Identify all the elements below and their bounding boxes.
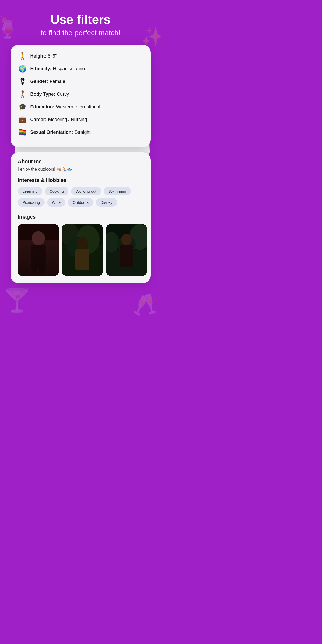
interest-tag[interactable]: Outdoors bbox=[68, 198, 93, 207]
height-row: 🚶 Height: 5' 6'' bbox=[18, 52, 143, 60]
interest-tag[interactable]: Disney bbox=[96, 198, 117, 207]
svg-rect-4 bbox=[32, 260, 37, 273]
images-title: Images bbox=[18, 214, 143, 220]
body-type-label: Body Type: bbox=[30, 92, 55, 97]
profile-image-1[interactable] bbox=[18, 224, 59, 276]
ethnicity-row: 🌍 Ethnicity: Hispanic/Latino bbox=[18, 65, 143, 73]
education-value: Western International bbox=[56, 104, 100, 110]
card-stack: 🚶 Height: 5' 6'' 🌍 Ethnicity: Hispanic/L… bbox=[11, 45, 151, 283]
ethnicity-icon: 🌍 bbox=[18, 65, 27, 73]
gender-row: ⚧ Gender: Female bbox=[18, 78, 143, 86]
body-type-icon: 🚶‍♀️ bbox=[18, 90, 27, 98]
about-me-text: I enjoy the outdoors! 🤜🏼🚴🏼🐟 bbox=[18, 167, 143, 172]
career-icon: 💼 bbox=[18, 116, 27, 124]
profile-info-card: 🚶 Height: 5' 6'' 🌍 Ethnicity: Hispanic/L… bbox=[11, 45, 151, 147]
interest-tag[interactable]: Picnicking bbox=[18, 198, 45, 207]
interests-title: Interests & Hobbies bbox=[18, 177, 143, 183]
profile-image-3[interactable] bbox=[106, 224, 147, 276]
svg-rect-12 bbox=[75, 249, 89, 270]
career-row: 💼 Career: Modeling / Nursing bbox=[18, 116, 143, 124]
profile-image-2[interactable] bbox=[62, 224, 103, 276]
ethnicity-label: Ethnicity: bbox=[30, 66, 52, 72]
gender-icon: ⚧ bbox=[18, 78, 27, 86]
deco-bottom-left: 🍸 bbox=[3, 287, 32, 314]
body-type-value: Curvy bbox=[57, 92, 69, 97]
svg-rect-1 bbox=[18, 240, 59, 276]
education-icon: 🎓 bbox=[18, 103, 27, 111]
interest-tag[interactable]: Swimming bbox=[104, 187, 131, 195]
page-title: Use filters bbox=[5, 13, 156, 27]
page-subtitle: to find the perfect match! bbox=[5, 29, 156, 37]
ethnicity-value: Hispanic/Latino bbox=[53, 66, 85, 72]
orientation-value: Straight bbox=[75, 130, 91, 135]
gender-value: Female bbox=[50, 79, 65, 84]
interest-tag[interactable]: Cooking bbox=[45, 187, 68, 195]
education-row: 🎓 Education: Western International bbox=[18, 103, 143, 111]
height-value: 5' 6'' bbox=[48, 53, 57, 59]
deco-bottom-right: 🥂 bbox=[132, 292, 158, 317]
orientation-row: 🏳️‍🌈 Sexual Orientation: Straight bbox=[18, 128, 143, 136]
header-section: Use filters to find the perfect match! bbox=[0, 0, 161, 45]
svg-rect-5 bbox=[39, 260, 45, 273]
svg-rect-19 bbox=[120, 245, 133, 267]
interest-tag[interactable]: Working out bbox=[71, 187, 101, 195]
height-label: Height: bbox=[30, 53, 46, 59]
interests-grid: LearningCookingWorking outSwimmingPicnic… bbox=[18, 187, 143, 207]
about-interests-card: About me I enjoy the outdoors! 🤜🏼🚴🏼🐟 Int… bbox=[11, 152, 151, 283]
about-me-title: About me bbox=[18, 159, 143, 165]
svg-point-18 bbox=[121, 234, 132, 245]
height-icon: 🚶 bbox=[18, 52, 27, 60]
education-label: Education: bbox=[30, 104, 54, 110]
gender-label: Gender: bbox=[30, 79, 48, 84]
interest-tag[interactable]: Learning bbox=[18, 187, 42, 195]
svg-rect-3 bbox=[31, 245, 46, 268]
interest-tag[interactable]: Wine bbox=[47, 198, 65, 207]
body-type-row: 🚶‍♀️ Body Type: Curvy bbox=[18, 90, 143, 98]
svg-point-11 bbox=[77, 237, 88, 250]
svg-point-2 bbox=[32, 231, 45, 246]
orientation-icon: 🏳️‍🌈 bbox=[18, 128, 27, 136]
images-grid bbox=[18, 224, 143, 276]
career-value: Modeling / Nursing bbox=[48, 117, 87, 122]
career-label: Career: bbox=[30, 117, 47, 122]
app-background: 🍹 ✨ 🍸 🥂 Use filters to find the perfect … bbox=[0, 0, 161, 322]
orientation-label: Sexual Orientation: bbox=[30, 130, 73, 135]
